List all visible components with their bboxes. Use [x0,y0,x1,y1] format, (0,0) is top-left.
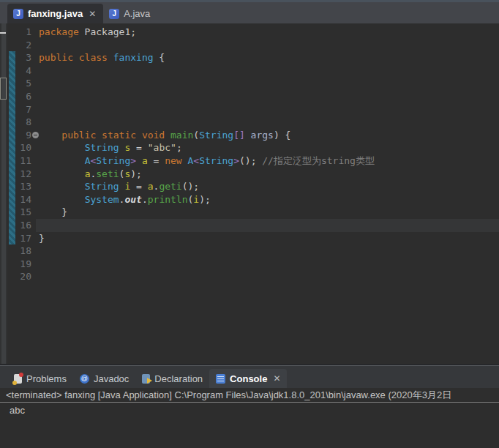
line-number: 15 [7,206,36,219]
code-line-2[interactable] [36,39,499,52]
code-line-3[interactable]: public class fanxing { [36,51,499,64]
line-number: 3 [7,51,36,64]
editor-tab-bar: fanxing.javaA.java [0,2,499,23]
code-line-1[interactable]: package Package1; [36,26,499,39]
code-token: new [165,155,181,166]
code-token: [] [233,130,245,141]
line-number: 5 [7,77,36,90]
left-view-trim [0,23,7,364]
line-number: 4 [7,64,36,78]
line-number: 9 [7,129,36,142]
java-file-icon [13,9,23,19]
code-line-18[interactable] [36,244,499,258]
code-token [39,130,61,141]
java-file-icon [109,9,119,19]
code-line-7[interactable] [36,103,499,116]
code-token: . [142,194,148,205]
code-token: fanxing [113,52,154,63]
code-token: > [130,155,136,166]
line-number: 6 [7,90,36,103]
fold-collapse-icon[interactable] [32,132,39,138]
code-token [182,155,188,166]
code-token: //指定泛型为string类型 [262,155,375,166]
code-line-4[interactable] [36,64,499,78]
editor-tab-label: fanxing.java [28,8,83,19]
console-icon [216,374,225,384]
code-line-10[interactable]: String s = "abc"; [36,141,499,154]
code-token: } [39,206,67,217]
code-line-5[interactable] [36,77,499,90]
code-token: ( [193,130,199,141]
view-tab-javadoc[interactable]: Javadoc [73,369,135,388]
code-token: ) { [274,130,290,141]
code-line-15[interactable]: } [36,206,499,219]
bottom-tab-bar: ProblemsJavadocDeclarationConsole [0,365,499,388]
code-token: } [39,233,45,244]
code-token: geti [159,181,181,192]
code-token: main [170,130,193,141]
code-line-6[interactable] [36,90,499,103]
view-tab-declaration[interactable]: Declaration [135,369,209,388]
line-number: 16 [7,219,36,232]
code-line-8[interactable] [36,116,499,129]
view-tab-console[interactable]: Console [209,369,287,388]
code-token [39,142,85,153]
code-token [39,181,85,192]
code-token: args [245,130,274,141]
code-token: = [130,142,147,153]
code-token: String [85,142,119,153]
close-icon[interactable] [273,373,280,384]
editor-tab-fanxing.java[interactable]: fanxing.java [7,4,103,23]
code-line-16[interactable] [36,219,499,232]
trim-band [1,23,6,364]
code-token: ; [176,142,182,153]
code-token: package [39,26,79,37]
editor-tab-label: A.java [124,8,150,19]
view-tab-problems[interactable]: Problems [7,369,73,388]
code-token: < [193,155,199,166]
gutter-numbers: 1234567891011121314151617181920 [7,23,36,364]
code-token: > [233,155,239,166]
close-icon[interactable] [89,9,96,19]
line-number: 8 [7,116,36,129]
code-token [136,155,142,166]
code-token: out [124,194,141,205]
code-token [39,168,85,179]
code-token: Package1; [79,26,136,37]
line-number: 2 [7,39,36,52]
code-editor[interactable]: 1234567891011121314151617181920 package … [0,23,499,364]
code-token: String [96,155,130,166]
console-status-line: <terminated> fanxing [Java Application] … [0,388,499,403]
code-line-13[interactable]: String i = a.geti(); [36,180,499,193]
code-line-20[interactable] [36,270,499,283]
code-line-12[interactable]: a.seti(s); [36,168,499,181]
code-token: println [148,194,188,205]
code-line-9[interactable]: public static void main(String[] args) { [36,129,499,142]
editor-tab-A.java[interactable]: A.java [103,4,157,23]
view-tab-label: Declaration [154,373,203,384]
code-token: public class [39,52,113,63]
sash-handle[interactable] [0,32,6,34]
code-line-19[interactable] [36,258,499,271]
view-tab-label: Console [230,373,267,384]
line-number: 17 [7,232,36,245]
minimized-view-button[interactable] [0,78,7,100]
line-number: 11 [7,154,36,168]
code-token: System [85,194,119,205]
code-lines[interactable]: package Package1;public class fanxing { … [36,23,499,364]
eclipse-window: fanxing.javaA.java 123456789101112131415… [0,0,499,448]
code-token: (); [182,181,199,192]
code-token: public static void [61,130,170,141]
line-number: 10 [7,141,36,154]
code-line-11[interactable]: A<String> a = new A<String>(); //指定泛型为st… [36,154,499,168]
line-number: 14 [7,193,36,206]
code-token [39,155,85,166]
code-line-14[interactable]: System.out.println(i); [36,193,499,206]
code-line-17[interactable]: } [36,232,499,245]
code-token: a [148,181,154,192]
code-token: = [130,181,147,192]
code-token: a [142,155,148,166]
view-tab-label: Problems [26,373,67,384]
console-output[interactable]: abc [0,403,499,448]
line-number: 20 [7,270,36,283]
